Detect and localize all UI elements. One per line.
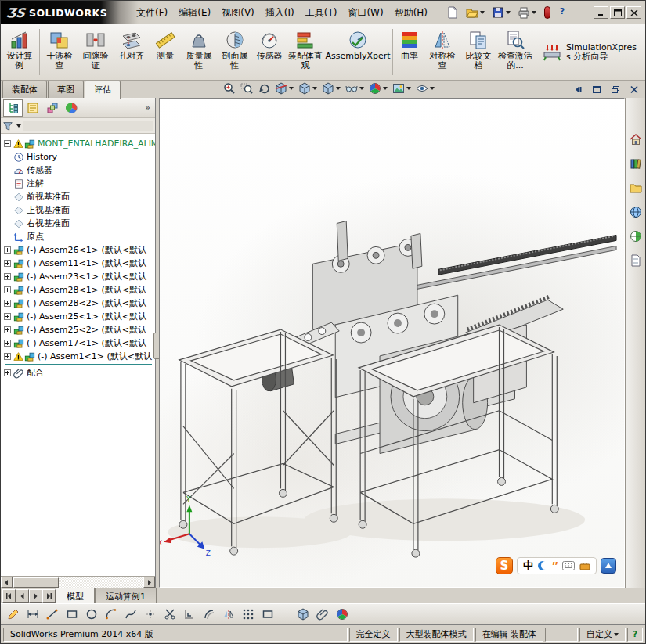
more-tabs-chevron-icon[interactable]: [143, 103, 153, 113]
tree-item-top-plane[interactable]: 上视基准面: [2, 203, 155, 217]
tab-motion-study[interactable]: 运动算例1: [95, 588, 157, 603]
ime-punctuation-icon[interactable]: [552, 560, 558, 571]
offset-entities-button[interactable]: [200, 606, 217, 623]
tree-item-mates[interactable]: 配合: [2, 366, 155, 380]
tree-item-sensors[interactable]: 传感器: [2, 164, 155, 177]
view-orientation-button[interactable]: [297, 81, 319, 96]
tab-sketch[interactable]: 草图: [48, 81, 84, 98]
status-customize-menu[interactable]: 自定义: [579, 628, 626, 642]
previous-view-button[interactable]: [256, 81, 272, 96]
expand-expander[interactable]: [4, 326, 11, 333]
ime-keyboard-icon[interactable]: [562, 561, 575, 570]
expand-expander[interactable]: [4, 340, 11, 347]
apply-scene-button[interactable]: [391, 81, 413, 96]
ime-fullwidth-moon-icon[interactable]: [538, 561, 547, 570]
close-button[interactable]: [626, 6, 641, 19]
tree-horizontal-scrollbar[interactable]: [1, 576, 155, 588]
tab-model[interactable]: 模型: [56, 588, 95, 603]
menu-tools[interactable]: 工具(T): [300, 3, 343, 23]
insert-component-button[interactable]: [294, 606, 311, 623]
smart-dimension-button[interactable]: [24, 606, 41, 623]
ime-toolbox-icon[interactable]: [579, 561, 590, 570]
scroll-left-button[interactable]: [1, 577, 13, 588]
tree-item-origin[interactable]: 原点: [2, 230, 155, 243]
ribbon-button-measure[interactable]: 测量: [150, 26, 181, 78]
ribbon-button-compare-documents[interactable]: 比较文档: [460, 26, 496, 78]
chevron-down-icon[interactable]: [16, 124, 21, 128]
quick-tips-help-icon[interactable]: [627, 628, 643, 642]
menu-insert[interactable]: 插入(I): [260, 3, 300, 23]
ribbon-button-sensors[interactable]: 传感器: [253, 26, 286, 78]
tab-scroll-right-button[interactable]: [29, 589, 42, 603]
mirror-entities-button[interactable]: [220, 606, 236, 623]
appearances-button[interactable]: [627, 228, 644, 245]
section-view-button[interactable]: [273, 81, 295, 96]
zoom-fit-button[interactable]: [222, 81, 237, 96]
file-explorer-button[interactable]: [627, 179, 644, 196]
filter-funnel-icon[interactable]: [2, 121, 13, 131]
tree-item-component-warning[interactable]: (-) Assem1<1> (默认<默认: [2, 350, 155, 363]
edit-appearance-button[interactable]: [367, 81, 389, 96]
ribbon-button-symmetry-check[interactable]: 对称检查: [424, 26, 460, 78]
expand-expander[interactable]: [4, 246, 11, 254]
menu-file[interactable]: 文件(F): [131, 3, 173, 23]
ribbon-button-assemblyxpert[interactable]: AssemblyXpert: [325, 26, 391, 78]
pattern-button[interactable]: [240, 606, 256, 623]
menu-view[interactable]: 视图(V): [216, 3, 260, 23]
ribbon-button-section-properties[interactable]: 剖面属性: [217, 26, 253, 78]
property-manager-tab[interactable]: [23, 99, 42, 117]
doc-cascade-button[interactable]: [608, 84, 623, 95]
zoom-area-button[interactable]: [239, 81, 254, 96]
convert-entities-button[interactable]: [181, 606, 197, 623]
trim-button[interactable]: [161, 606, 178, 623]
doc-restore-button[interactable]: [589, 84, 604, 95]
assembly-3d-model[interactable]: Y X Z: [160, 99, 624, 587]
save-button[interactable]: [489, 4, 513, 21]
configuration-manager-tab[interactable]: [42, 99, 62, 117]
scroll-right-button[interactable]: [143, 577, 155, 588]
ribbon-button-curvature[interactable]: 曲率: [395, 26, 424, 78]
expand-expander[interactable]: [4, 300, 11, 307]
line-button[interactable]: [44, 606, 60, 623]
filter-input[interactable]: [23, 121, 153, 131]
open-document-button[interactable]: [464, 4, 487, 21]
expand-expander[interactable]: [4, 273, 11, 280]
ime-skin-icon[interactable]: [601, 558, 616, 574]
collapse-expander[interactable]: [4, 140, 11, 147]
minimize-button[interactable]: [594, 6, 608, 19]
ribbon-button-simulationxpress[interactable]: SimulationXpress 分析向导: [538, 26, 643, 78]
resources-home-button[interactable]: [627, 131, 644, 148]
tab-assembly[interactable]: 装配体: [2, 81, 47, 98]
custom-properties-button[interactable]: [627, 252, 644, 269]
graphics-area[interactable]: Y X Z 中: [159, 98, 625, 588]
expand-expander[interactable]: [4, 369, 11, 376]
mate-button[interactable]: [314, 606, 330, 623]
tree-item-front-plane[interactable]: 前视基准面: [2, 190, 155, 203]
tree-item-right-plane[interactable]: 右视基准面: [2, 217, 155, 230]
menu-help[interactable]: 帮助(H): [389, 3, 433, 23]
view-settings-button[interactable]: [414, 81, 436, 96]
tab-evaluate[interactable]: 评估: [85, 81, 121, 99]
menu-window[interactable]: 窗口(W): [342, 3, 388, 23]
circle-button[interactable]: [83, 606, 99, 623]
expand-expander[interactable]: [4, 260, 11, 267]
expand-expander[interactable]: [4, 353, 11, 360]
tree-item-component[interactable]: (-) Assem23<1> (默认<默认: [2, 270, 155, 283]
scrollbar-thumb[interactable]: [13, 577, 59, 588]
expand-expander[interactable]: [4, 286, 11, 293]
tree-item-component[interactable]: (-) Assem25<1> (默认<默认: [2, 310, 155, 323]
spline-button[interactable]: [122, 606, 139, 623]
tree-item-component[interactable]: (-) Assem11<1> (默认<默认: [2, 257, 155, 270]
ribbon-button-hole-alignment[interactable]: 孔对齐: [114, 26, 150, 78]
help-icon[interactable]: [556, 6, 568, 19]
tree-item-component[interactable]: (-) Assem26<1> (默认<默认: [2, 243, 155, 257]
tree-item-component[interactable]: (-) Assem25<2> (默认<默认: [2, 323, 155, 336]
tree-item-component[interactable]: (-) Assem28<2> (默认<默认: [2, 297, 155, 310]
ribbon-button-assembly-visualization[interactable]: 装配体直观: [286, 26, 325, 78]
display-manager-tab[interactable]: [62, 99, 81, 117]
menu-edit[interactable]: 编辑(E): [173, 3, 216, 23]
ribbon-button-check-active-document[interactable]: 检查激活的...: [496, 26, 534, 78]
rollback-bar[interactable]: [5, 364, 152, 365]
appearance-button[interactable]: [334, 606, 350, 623]
new-document-button[interactable]: [444, 4, 461, 21]
